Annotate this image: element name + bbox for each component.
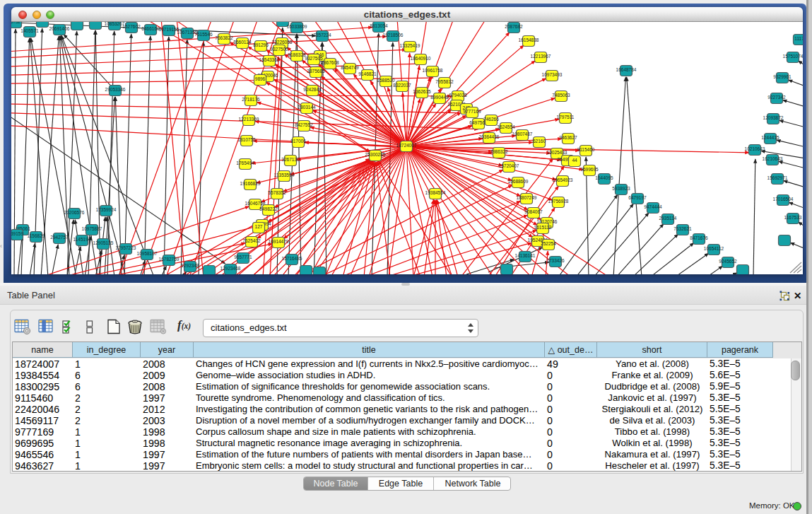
svg-text:9463627: 9463627 — [559, 135, 577, 140]
svg-text:1797511: 1797511 — [557, 115, 575, 119]
svg-text:18724007: 18724007 — [396, 143, 417, 148]
svg-text:9327500: 9327500 — [270, 47, 288, 52]
svg-text:9474444: 9474444 — [644, 204, 662, 209]
svg-text:5732: 5732 — [11, 22, 21, 24]
svg-text:8427552: 8427552 — [295, 122, 313, 127]
svg-text:16046758: 16046758 — [245, 201, 266, 206]
svg-text:15692971: 15692971 — [767, 175, 788, 180]
svg-text:5498222: 5498222 — [259, 206, 278, 211]
svg-text:20206576: 20206576 — [64, 210, 85, 215]
svg-text:9657771: 9657771 — [234, 255, 252, 259]
svg-text:19166829: 19166829 — [240, 181, 261, 186]
svg-text:746266: 746266 — [483, 117, 499, 122]
svg-text:252254: 252254 — [541, 241, 556, 246]
svg-text:891295: 891295 — [253, 42, 269, 47]
svg-text:16648784: 16648784 — [616, 67, 637, 72]
svg-text:39159: 39159 — [11, 231, 23, 236]
svg-text:6466160: 6466160 — [141, 26, 160, 31]
svg-text:2718176: 2718176 — [242, 97, 260, 102]
svg-text:16782759: 16782759 — [159, 257, 180, 262]
svg-text:2935114: 2935114 — [659, 216, 677, 221]
svg-text:3624554: 3624554 — [497, 124, 515, 129]
svg-text:10807487: 10807487 — [512, 132, 533, 136]
svg-text:3267130: 3267130 — [281, 157, 300, 162]
svg-text:16210643: 16210643 — [763, 156, 783, 161]
svg-text:10958107: 10958107 — [137, 251, 158, 256]
svg-text:9329961: 9329961 — [773, 74, 792, 79]
svg-text:7357224: 7357224 — [313, 33, 331, 37]
svg-text:9896: 9896 — [255, 76, 266, 81]
svg-text:14136141: 14136141 — [515, 253, 536, 258]
svg-text:1644095: 1644095 — [595, 175, 613, 180]
svg-text:20364436: 20364436 — [479, 134, 500, 139]
svg-text:1405571: 1405571 — [20, 28, 39, 33]
svg-text:7515546: 7515546 — [194, 32, 213, 37]
svg-text:3875685: 3875685 — [307, 69, 325, 74]
svg-text:9084067: 9084067 — [524, 209, 543, 214]
svg-text:2803144: 2803144 — [298, 105, 316, 110]
svg-text:16033809: 16033809 — [287, 24, 307, 29]
svg-text:18640910: 18640910 — [411, 56, 431, 61]
svg-text:2087682: 2087682 — [505, 24, 523, 29]
svg-text:10973493: 10973493 — [542, 72, 563, 77]
svg-text:10025433: 10025433 — [547, 150, 567, 155]
svg-text:17359924: 17359924 — [96, 207, 117, 212]
svg-text:8660124: 8660124 — [233, 40, 252, 45]
svg-text:8471676: 8471676 — [690, 235, 708, 240]
svg-text:20691406: 20691406 — [49, 26, 70, 31]
svg-text:19756928: 19756928 — [548, 199, 569, 204]
svg-text:1292348: 1292348 — [181, 263, 199, 268]
svg-text:2867608: 2867608 — [321, 60, 339, 65]
svg-text:2942757: 2942757 — [50, 235, 69, 240]
svg-text:13325419: 13325419 — [400, 43, 420, 48]
svg-text:44: 44 — [572, 158, 577, 163]
svg-text:1527602: 1527602 — [122, 24, 141, 29]
svg-text:10654112: 10654112 — [704, 246, 724, 251]
svg-text:10210643: 10210643 — [745, 146, 765, 151]
svg-text:127: 127 — [255, 224, 263, 229]
svg-text:1167533: 1167533 — [784, 215, 802, 220]
svg-text:10975887: 10975887 — [82, 226, 102, 231]
svg-text:9146821: 9146821 — [358, 71, 377, 76]
svg-text:5938923: 5938923 — [612, 186, 630, 191]
svg-text:817006: 817006 — [290, 139, 306, 144]
svg-text:9227342: 9227342 — [767, 95, 786, 100]
svg-text:9777169: 9777169 — [463, 109, 481, 114]
svg-text:1588520: 1588520 — [377, 78, 395, 83]
svg-text:7632621: 7632621 — [673, 226, 692, 231]
svg-text:12213369: 12213369 — [239, 117, 259, 122]
svg-text:5578352: 5578352 — [268, 190, 286, 195]
svg-text:8990448: 8990448 — [430, 95, 449, 100]
svg-text:8186328: 8186328 — [288, 52, 306, 57]
svg-text:1244415: 1244415 — [761, 135, 779, 140]
svg-text:7625402: 7625402 — [242, 238, 261, 243]
svg-text:9699695: 9699695 — [580, 167, 599, 172]
svg-text:12093872: 12093872 — [763, 115, 784, 120]
svg-text:15720407: 15720407 — [499, 163, 519, 168]
svg-text:29053346: 29053346 — [105, 87, 126, 92]
svg-text:7955812: 7955812 — [435, 79, 454, 84]
svg-text:19384554: 19384554 — [425, 190, 446, 195]
svg-text:15751074: 15751074 — [783, 54, 803, 59]
svg-text:15716485: 15716485 — [282, 256, 302, 261]
svg-text:23226058: 23226058 — [272, 40, 293, 45]
svg-text:12905135: 12905135 — [93, 240, 114, 245]
svg-text:16914479: 16914479 — [269, 239, 289, 244]
svg-text:8454749: 8454749 — [341, 65, 359, 70]
svg-text:1117: 1117 — [794, 36, 803, 41]
svg-text:12923468: 12923468 — [220, 266, 241, 271]
svg-text:1362615: 1362615 — [413, 89, 431, 94]
svg-text:16154838: 16154838 — [519, 37, 539, 42]
svg-text:1156829: 1156829 — [28, 233, 45, 238]
svg-text:1145194: 1145194 — [73, 237, 91, 242]
svg-text:8813054: 8813054 — [370, 23, 388, 28]
svg-text:1615112: 1615112 — [534, 225, 552, 230]
svg-text:10688609: 10688609 — [508, 179, 529, 184]
svg-text:25300285: 25300285 — [365, 152, 386, 157]
svg-text:7986322: 7986322 — [490, 149, 508, 154]
svg-text:10719155: 10719155 — [159, 27, 180, 32]
svg-text:10961758: 10961758 — [423, 68, 443, 73]
svg-text:18807249: 18807249 — [517, 195, 537, 200]
svg-text:6794028: 6794028 — [449, 93, 467, 98]
svg-text:1733426: 1733426 — [546, 258, 565, 263]
